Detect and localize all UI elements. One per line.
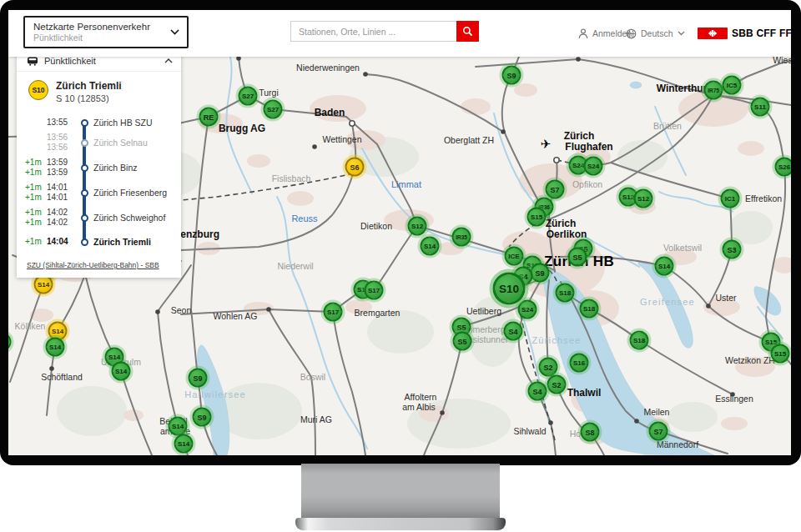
line-marker-s16[interactable]: S16 <box>570 354 589 373</box>
line-marker-ic1[interactable]: IC1 <box>721 189 740 208</box>
operator-link[interactable]: SZU (Sihltal-Zürich-Uetliberg-Bahn) - SB… <box>27 261 171 269</box>
line-marker-s7[interactable]: S7 <box>546 180 565 199</box>
stop-delay: +1m+1m <box>25 183 47 203</box>
line-marker-s24[interactable]: S24 <box>518 300 537 319</box>
stop-name: Zürich Triemli <box>92 237 173 247</box>
stop-time: 13:55 <box>47 118 77 128</box>
line-marker-s11[interactable]: S11 <box>751 98 770 117</box>
sbb-logo-text: SBB CFF FFS <box>732 28 791 39</box>
line-marker-s12[interactable]: S12 <box>408 217 427 236</box>
layer-dropdown[interactable]: Netzkarte Personenverkehr Pünktlichkeit <box>23 16 189 48</box>
line-marker-s9[interactable]: S9 <box>531 263 550 283</box>
stop-time: 13:5913:59 <box>47 158 77 178</box>
stop-node-icon <box>81 164 88 172</box>
line-marker-s3[interactable]: S3 <box>723 240 742 259</box>
line-marker-re[interactable]: RE <box>199 108 219 127</box>
line-marker-s27[interactable]: S27 <box>264 100 283 119</box>
line-marker-s18[interactable]: S18 <box>556 284 575 303</box>
line-marker-s14[interactable]: S14 <box>174 434 194 454</box>
sbb-flag-icon <box>698 28 728 39</box>
stop-name: Zürich Binz <box>92 163 173 173</box>
app-window: NiederweningenTurgiBadenBrugg AGWettinge… <box>8 10 791 455</box>
line-marker-s12[interactable]: S12 <box>634 189 653 208</box>
login-button[interactable]: Anmelden <box>578 10 632 57</box>
stop-node-icon <box>81 238 88 246</box>
stop-name: Zürich HB SZU <box>92 118 173 128</box>
sbb-logo: SBB CFF FFS <box>698 10 791 57</box>
line-marker-s4[interactable]: S4 <box>504 322 523 341</box>
stop-row: +1m+1m13:5913:59Zürich Binz <box>25 155 173 180</box>
line-marker-s17[interactable]: S17 <box>365 281 384 300</box>
train-info: S10 Zürich Triemli S 10 (12853) <box>17 72 181 108</box>
search-icon <box>462 26 473 37</box>
chevron-up-icon[interactable] <box>164 58 173 63</box>
line-marker-s10[interactable]: S10 <box>493 273 526 305</box>
line-marker-s9[interactable]: S9 <box>189 369 208 388</box>
stop-time: 14:04 <box>47 237 77 247</box>
line-marker-s14[interactable]: S14 <box>655 257 674 276</box>
line-marker-s15[interactable]: S15 <box>771 344 790 364</box>
stop-row: 13:55Zürich HB SZU <box>25 115 173 130</box>
stop-row: +1m+1m14:0214:02Zürich Schweighof <box>25 205 173 230</box>
stop-time: 13:5613:56 <box>47 133 77 153</box>
stop-delay: +1m <box>25 237 47 247</box>
line-marker-s26[interactable]: S26 <box>775 158 792 177</box>
stop-node-icon <box>81 189 88 197</box>
stop-list: 13:55Zürich HB SZU 13:5613:56Zürich Seln… <box>17 108 181 249</box>
train-icon <box>27 57 38 66</box>
line-marker-s18[interactable]: S18 <box>580 299 599 319</box>
search-button[interactable] <box>456 21 479 42</box>
line-marker-s9[interactable]: S9 <box>502 66 521 85</box>
line-marker-ir75[interactable]: IR75 <box>704 81 723 100</box>
stop-delay: +1m+1m <box>25 158 47 178</box>
line-marker-s5[interactable]: S5 <box>568 248 587 267</box>
monitor-frame: NiederweningenTurgiBadenBrugg AGWettinge… <box>0 0 801 532</box>
chevron-down-icon <box>678 31 685 36</box>
search-bar <box>290 21 479 42</box>
top-bar: Netzkarte Personenverkehr Pünktlichkeit … <box>8 10 791 57</box>
stop-node-icon <box>81 214 88 222</box>
user-icon <box>578 28 588 39</box>
monitor-stand <box>301 464 500 519</box>
line-marker-ice[interactable]: ICE <box>505 247 524 266</box>
layer-dropdown-subtitle: Pünktlichkeit <box>33 33 179 43</box>
line-marker-s14[interactable]: S14 <box>421 237 440 256</box>
punctuality-panel: Pünktlichkeit S10 Zürich Triemli S 10 (1… <box>17 50 181 278</box>
stop-delay <box>25 118 47 128</box>
stop-delay: +1m+1m <box>25 208 47 228</box>
line-marker-s6[interactable]: S6 <box>345 158 365 177</box>
search-input[interactable] <box>290 21 456 42</box>
stop-delay <box>25 138 47 148</box>
line-marker-s4[interactable]: S4 <box>528 382 547 401</box>
line-marker-ic5[interactable]: IC5 <box>723 76 742 95</box>
panel-title: Pünktlichkeit <box>44 56 159 66</box>
line-marker-s14[interactable]: S14 <box>169 417 188 436</box>
line-badge: S10 <box>28 80 48 100</box>
line-marker-s18[interactable]: S18 <box>630 331 649 350</box>
stop-row: +1m+1m14:0114:01Zürich Friesenberg <box>25 180 173 205</box>
line-marker-ir35[interactable]: IR35 <box>452 228 471 247</box>
globe-icon <box>626 28 637 39</box>
line-marker-s14[interactable]: S14 <box>46 338 65 357</box>
language-selector[interactable]: Deutsch <box>626 10 685 57</box>
stop-time: 14:0114:01 <box>47 183 77 203</box>
line-marker-s9[interactable]: S9 <box>193 408 212 427</box>
stop-node-icon <box>81 119 88 127</box>
line-marker-s5[interactable]: S5 <box>453 332 472 351</box>
line-marker-s27[interactable]: S27 <box>239 87 258 106</box>
monitor-stand-base <box>295 518 506 530</box>
line-marker-s2[interactable]: S2 <box>547 375 567 394</box>
stop-time: 14:0214:02 <box>47 208 77 228</box>
layer-dropdown-title: Netzkarte Personenverkehr <box>33 21 179 33</box>
train-number: S 10 (12853) <box>56 93 122 105</box>
line-marker-s8[interactable]: S8 <box>581 423 600 442</box>
language-label: Deutsch <box>641 28 673 38</box>
line-marker-s24[interactable]: S24 <box>584 157 603 176</box>
line-marker-s17[interactable]: S17 <box>324 303 343 322</box>
line-marker-s2[interactable]: S2 <box>539 358 558 377</box>
line-marker-s7[interactable]: S7 <box>649 422 668 441</box>
line-marker-s14[interactable]: S14 <box>112 362 131 381</box>
stop-name: Zürich Selnau <box>92 138 173 148</box>
stop-node-icon <box>81 139 88 147</box>
line-marker-s15[interactable]: S15 <box>527 208 547 227</box>
